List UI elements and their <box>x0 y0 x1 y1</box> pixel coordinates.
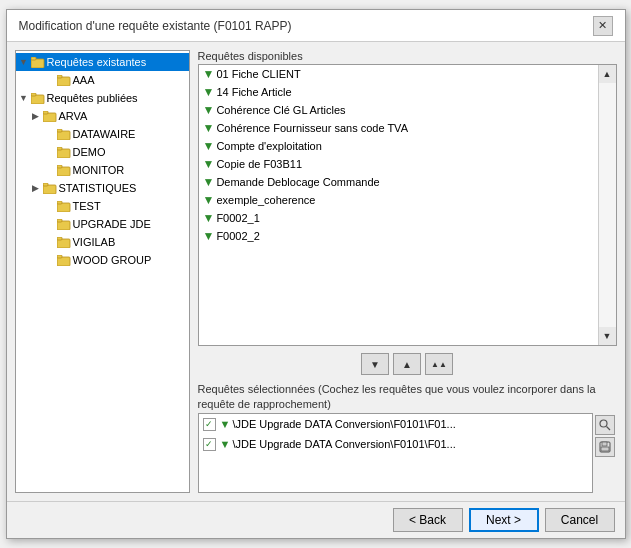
checkbox-2[interactable]: ✓ <box>203 438 216 451</box>
available-label: Requêtes disponibles <box>198 50 617 62</box>
cancel-button[interactable]: Cancel <box>545 508 615 532</box>
folder-icon <box>57 75 71 86</box>
left-panel: ▼ Requêtes existantes <box>15 50 190 493</box>
expand-icon: ▼ <box>18 92 30 104</box>
tree-label-arva: ARVA <box>59 110 88 122</box>
tree-item-test[interactable]: TEST <box>16 197 189 215</box>
item-text: F0002_2 <box>216 230 259 242</box>
query-icon-1: ▼ <box>220 418 231 430</box>
back-button[interactable]: < Back <box>393 508 463 532</box>
expand-icon <box>44 74 56 86</box>
expand-icon <box>44 200 56 212</box>
selected-list[interactable]: ✓ ▼ \JDE Upgrade DATA Conversion\F0101\F… <box>198 413 593 493</box>
expand-icon <box>44 128 56 140</box>
right-panel: Requêtes disponibles ▼ 01 Fiche CLIENT ▼… <box>198 50 617 493</box>
tree-label-existantes: Requêtes existantes <box>47 56 147 68</box>
svg-rect-28 <box>601 447 609 451</box>
svg-point-24 <box>600 420 607 427</box>
tree-item-monitor[interactable]: MONITOR <box>16 161 189 179</box>
tree-item-datawaire[interactable]: DATAWAIRE <box>16 125 189 143</box>
folder-icon <box>57 201 71 212</box>
tree-container[interactable]: ▼ Requêtes existantes <box>15 50 190 493</box>
checkbox-1[interactable]: ✓ <box>203 418 216 431</box>
checked-item-1[interactable]: ✓ ▼ \JDE Upgrade DATA Conversion\F0101\F… <box>199 414 592 434</box>
list-item-qexpl[interactable]: ▼ Compte d'exploitation <box>199 137 598 155</box>
tree-label-datawaire: DATAWAIRE <box>73 128 136 140</box>
svg-rect-7 <box>43 111 48 114</box>
search-icon <box>599 419 611 431</box>
folder-icon <box>57 255 71 266</box>
scroll-down-button[interactable]: ▼ <box>599 327 616 345</box>
available-list[interactable]: ▼ 01 Fiche CLIENT ▼ 14 Fiche Article ▼ C… <box>199 65 598 345</box>
dialog-footer: < Back Next > Cancel <box>7 501 625 538</box>
check-icon: ▼ <box>203 229 215 243</box>
tree-item-existantes[interactable]: ▼ Requêtes existantes <box>16 53 189 71</box>
list-item-qf2-1[interactable]: ▼ F0002_1 <box>199 209 598 227</box>
search-button[interactable] <box>595 415 615 435</box>
tree-item-publiees[interactable]: ▼ Requêtes publiées <box>16 89 189 107</box>
tree-label-upgrade: UPGRADE JDE <box>73 218 151 230</box>
tree-label-vigilab: VIGILAB <box>73 236 116 248</box>
tree-label-statistiques: STATISTIQUES <box>59 182 137 194</box>
list-item-q14[interactable]: ▼ 14 Fiche Article <box>199 83 598 101</box>
item-text: 01 Fiche CLIENT <box>216 68 300 80</box>
item-text: Cohérence Clé GL Articles <box>216 104 345 116</box>
tree-item-upgrade[interactable]: UPGRADE JDE <box>16 215 189 233</box>
check-icon: ▼ <box>203 85 215 99</box>
tree-label-test: TEST <box>73 200 101 212</box>
query-icon-2: ▼ <box>220 438 231 450</box>
folder-icon <box>31 57 45 68</box>
checked-text-2: \JDE Upgrade DATA Conversion\F0101\F01..… <box>232 438 455 450</box>
save-button[interactable] <box>595 437 615 457</box>
folder-icon <box>31 93 45 104</box>
svg-rect-23 <box>57 255 62 258</box>
tree-label-publiees: Requêtes publiées <box>47 92 138 104</box>
dialog: Modification d'une requête existante (F0… <box>6 9 626 539</box>
check-icon: ▼ <box>203 175 215 189</box>
list-item-qfour[interactable]: ▼ Cohérence Fournisseur sans code TVA <box>199 119 598 137</box>
check-icon: ▼ <box>203 121 215 135</box>
list-item-qexem[interactable]: ▼ exemple_coherence <box>199 191 598 209</box>
move-up-button[interactable]: ▲ <box>393 353 421 375</box>
expand-icon <box>44 146 56 158</box>
list-item-qdeb[interactable]: ▼ Demande Deblocage Commande <box>199 173 598 191</box>
tree-item-arva[interactable]: ▶ ARVA <box>16 107 189 125</box>
list-item-qf2-2[interactable]: ▼ F0002_2 <box>199 227 598 245</box>
folder-icon <box>43 111 57 122</box>
list-item-qcop[interactable]: ▼ Copie de F03B11 <box>199 155 598 173</box>
folder-icon <box>57 237 71 248</box>
tree-item-vigilab[interactable]: VIGILAB <box>16 233 189 251</box>
move-top-button[interactable]: ▲▲ <box>425 353 453 375</box>
dialog-content: ▼ Requêtes existantes <box>7 42 625 501</box>
selected-label: Requêtes sélectionnées (Cochez les requê… <box>198 382 617 411</box>
expand-icon: ▶ <box>30 110 42 122</box>
scroll-track <box>599 83 616 327</box>
svg-rect-11 <box>57 147 62 150</box>
checked-item-2[interactable]: ✓ ▼ \JDE Upgrade DATA Conversion\F0101\F… <box>199 434 592 454</box>
folder-icon <box>57 165 71 176</box>
next-button[interactable]: Next > <box>469 508 539 532</box>
list-item-qcoh[interactable]: ▼ Cohérence Clé GL Articles <box>199 101 598 119</box>
list-item-q01[interactable]: ▼ 01 Fiche CLIENT <box>199 65 598 83</box>
tree-item-demo[interactable]: DEMO <box>16 143 189 161</box>
svg-rect-17 <box>57 201 62 204</box>
dialog-title: Modification d'une requête existante (F0… <box>19 19 292 33</box>
svg-rect-21 <box>57 237 62 240</box>
scrollbar-area: ▲ ▼ <box>598 65 616 345</box>
svg-line-25 <box>606 427 610 431</box>
tree-item-woodgroup[interactable]: WOOD GROUP <box>16 251 189 269</box>
selected-list-area: ✓ ▼ \JDE Upgrade DATA Conversion\F0101\F… <box>198 413 617 493</box>
check-icon: ▼ <box>203 211 215 225</box>
svg-rect-3 <box>57 75 62 78</box>
item-text: Demande Deblocage Commande <box>216 176 379 188</box>
tree-item-statistiques[interactable]: ▶ STATISTIQUES <box>16 179 189 197</box>
check-icon: ▼ <box>203 103 215 117</box>
item-text: Compte d'exploitation <box>216 140 321 152</box>
tree-label-aaa: AAA <box>73 74 95 86</box>
item-text: F0002_1 <box>216 212 259 224</box>
move-down-button[interactable]: ▼ <box>361 353 389 375</box>
scroll-up-button[interactable]: ▲ <box>599 65 616 83</box>
close-button[interactable]: ✕ <box>593 16 613 36</box>
tree-item-aaa[interactable]: AAA <box>16 71 189 89</box>
svg-rect-27 <box>602 442 607 446</box>
